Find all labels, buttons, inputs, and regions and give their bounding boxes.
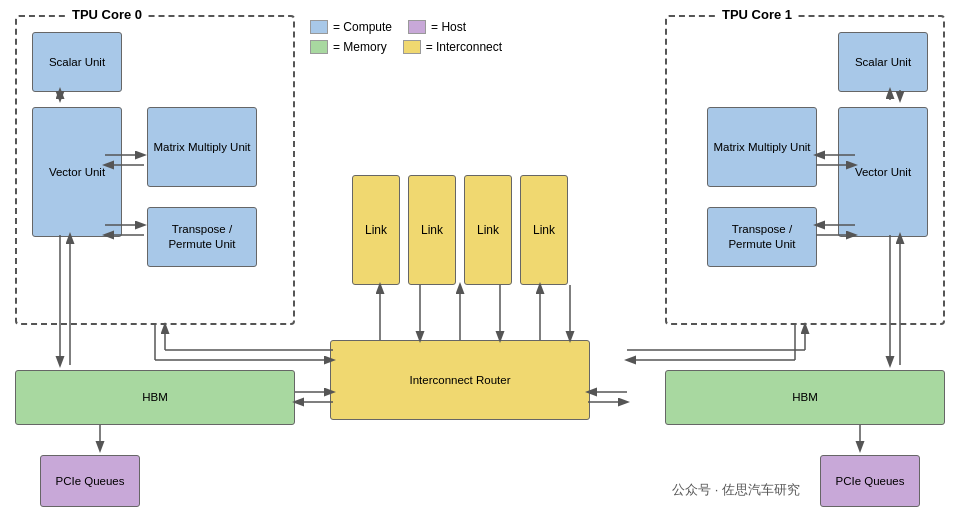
transpose-unit-0: Transpose / Permute Unit	[147, 207, 257, 267]
links-container: Link Link Link Link	[330, 175, 590, 285]
legend-row-2: = Memory = Interconnect	[310, 40, 600, 54]
watermark: 公众号 · 佐思汽车研究	[672, 481, 800, 499]
tpu-core-0-label: TPU Core 0	[67, 7, 147, 22]
matrix-unit-0: Matrix Multiply Unit	[147, 107, 257, 187]
transpose-unit-1: Transpose / Permute Unit	[707, 207, 817, 267]
pcie-queues-1: PCIe Queues	[820, 455, 920, 507]
hbm-1: HBM	[665, 370, 945, 425]
link-3: Link	[520, 175, 568, 285]
link-1: Link	[408, 175, 456, 285]
tpu-core-0: TPU Core 0 Scalar Unit Vector Unit Matri…	[15, 15, 295, 325]
legend-interconnect-label: = Interconnect	[426, 40, 502, 54]
legend-memory-label: = Memory	[333, 40, 387, 54]
legend: = Compute = Host = Memory = Interconnect	[310, 20, 600, 54]
tpu-core-1-label: TPU Core 1	[717, 7, 797, 22]
hbm-0: HBM	[15, 370, 295, 425]
scalar-unit-1: Scalar Unit	[838, 32, 928, 92]
legend-host-label: = Host	[431, 20, 466, 34]
link-0: Link	[352, 175, 400, 285]
main-container: = Compute = Host = Memory = Interconnect…	[0, 0, 960, 517]
tpu-core-1: TPU Core 1 Scalar Unit Vector Unit Matri…	[665, 15, 945, 325]
interconnect-router: Interconnect Router	[330, 340, 590, 420]
scalar-unit-0: Scalar Unit	[32, 32, 122, 92]
legend-memory-box	[310, 40, 328, 54]
legend-row-1: = Compute = Host	[310, 20, 600, 34]
legend-interconnect: = Interconnect	[403, 40, 502, 54]
legend-interconnect-box	[403, 40, 421, 54]
vector-unit-0: Vector Unit	[32, 107, 122, 237]
link-2: Link	[464, 175, 512, 285]
legend-host: = Host	[408, 20, 466, 34]
legend-compute-box	[310, 20, 328, 34]
legend-host-box	[408, 20, 426, 34]
pcie-queues-0: PCIe Queues	[40, 455, 140, 507]
legend-memory: = Memory	[310, 40, 387, 54]
legend-compute: = Compute	[310, 20, 392, 34]
legend-compute-label: = Compute	[333, 20, 392, 34]
matrix-unit-1: Matrix Multiply Unit	[707, 107, 817, 187]
vector-unit-1: Vector Unit	[838, 107, 928, 237]
